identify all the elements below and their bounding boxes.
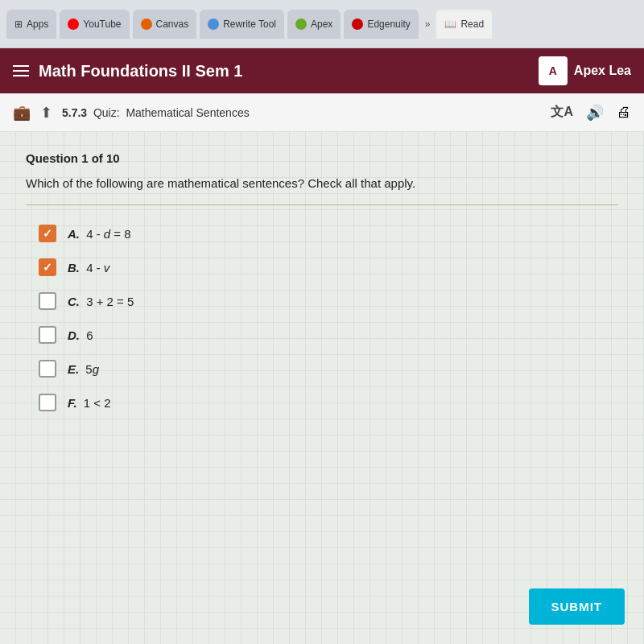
tab-youtube[interactable]: YouTube xyxy=(60,10,129,39)
upload-icon: ⬆ xyxy=(40,104,52,122)
tab-apex[interactable]: Apex xyxy=(287,10,341,39)
tab-read[interactable]: 📖 Read xyxy=(436,10,492,39)
header-left: Math Foundations II Sem 1 xyxy=(13,62,242,80)
option-C: C. 3 + 2 = 5 xyxy=(39,292,605,310)
tab-youtube-label: YouTube xyxy=(83,19,121,30)
checkbox-B[interactable] xyxy=(39,258,56,276)
main-header: Math Foundations II Sem 1 A Apex Lea xyxy=(0,48,644,93)
checkbox-E[interactable] xyxy=(39,360,56,378)
briefcase-icon: 💼 xyxy=(13,104,31,122)
tab-rewrite[interactable]: Rewrite Tool xyxy=(200,10,284,39)
checkbox-F[interactable] xyxy=(39,394,56,411)
option-E: E. 5g xyxy=(39,360,605,378)
option-F: F. 1 < 2 xyxy=(39,394,605,411)
option-A: A. 4 - d = 8 xyxy=(39,225,605,242)
quiz-title: Mathematical Sentences xyxy=(126,106,249,119)
browser-chrome: ⊞ Apps YouTube Canvas Rewrite Tool Apex … xyxy=(0,0,644,48)
option-B-label: B. 4 - v xyxy=(68,261,109,275)
read-icon: 📖 xyxy=(444,19,456,30)
option-D-label: D. 6 xyxy=(68,328,93,342)
option-A-label: A. 4 - d = 8 xyxy=(68,227,131,241)
apex-logo: A Apex Lea xyxy=(539,56,631,85)
sub-header-right: 文A 🔊 🖨 xyxy=(551,104,631,122)
options-list: A. 4 - d = 8 B. 4 - v C. 3 + 2 = 5 D. 6 xyxy=(26,225,618,411)
hamburger-line xyxy=(13,75,29,76)
option-D: D. 6 xyxy=(39,326,605,344)
question-text: Which of the following are mathematical … xyxy=(26,175,618,192)
tab-apps[interactable]: ⊞ Apps xyxy=(6,10,56,39)
checkbox-D[interactable] xyxy=(39,326,56,344)
page-title: Math Foundations II Sem 1 xyxy=(39,62,242,80)
tab-apps-label: Apps xyxy=(27,19,48,30)
checkbox-C[interactable] xyxy=(39,292,56,310)
submit-button[interactable]: SUBMIT xyxy=(529,588,625,625)
apex-logo-icon: A xyxy=(539,56,568,85)
tab-edgenuity-label: Edgenuity xyxy=(367,19,410,30)
hamburger-menu[interactable] xyxy=(13,65,29,76)
option-F-label: F. 1 < 2 xyxy=(68,396,111,410)
tab-canvas-label: Canvas xyxy=(156,19,189,30)
rewrite-icon xyxy=(208,19,219,30)
translate-icon[interactable]: 文A xyxy=(551,104,573,121)
speaker-icon[interactable]: 🔊 xyxy=(586,104,604,122)
tab-read-label: Read xyxy=(460,19,484,30)
hamburger-line xyxy=(13,70,29,72)
divider xyxy=(26,204,618,205)
apps-icon: ⊞ xyxy=(14,19,23,30)
edgenuity-icon xyxy=(352,19,363,30)
content-area: Question 1 of 10 Which of the following … xyxy=(0,132,644,644)
checkbox-A[interactable] xyxy=(39,225,56,242)
tab-rewrite-label: Rewrite Tool xyxy=(223,19,276,30)
more-tabs[interactable]: » xyxy=(425,19,431,30)
quiz-label: Quiz: xyxy=(93,106,120,119)
option-B: B. 4 - v xyxy=(39,258,605,276)
sub-header: 💼 ⬆ 5.7.3 Quiz: Mathematical Sentences 文… xyxy=(0,93,644,132)
sub-header-left: 💼 ⬆ 5.7.3 Quiz: Mathematical Sentences xyxy=(13,104,250,122)
tab-apex-label: Apex xyxy=(311,19,332,30)
sub-header-title: 5.7.3 Quiz: Mathematical Sentences xyxy=(62,106,250,119)
hamburger-line xyxy=(13,65,29,67)
option-C-label: C. 3 + 2 = 5 xyxy=(68,295,134,308)
tab-edgenuity[interactable]: Edgenuity xyxy=(344,10,418,39)
section-number: 5.7.3 xyxy=(62,106,87,119)
apex-logo-label: Apex Lea xyxy=(574,64,631,78)
option-E-label: E. 5g xyxy=(68,362,99,376)
apex-icon xyxy=(295,19,307,30)
tab-canvas[interactable]: Canvas xyxy=(133,10,197,39)
youtube-icon xyxy=(68,19,79,30)
question-number: Question 1 of 10 xyxy=(26,151,618,165)
canvas-icon xyxy=(141,19,152,30)
print-icon[interactable]: 🖨 xyxy=(617,104,631,121)
